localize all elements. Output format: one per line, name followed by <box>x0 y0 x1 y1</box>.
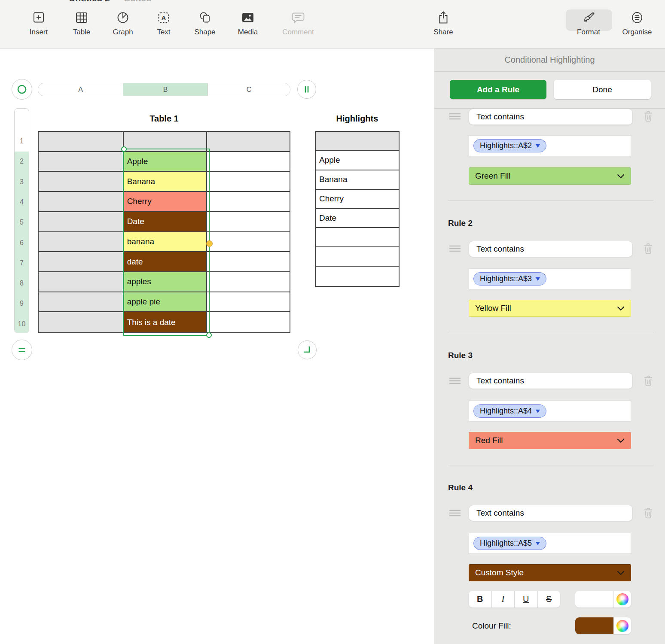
cell[interactable] <box>39 132 124 152</box>
cell[interactable] <box>316 247 399 267</box>
table-resize-button[interactable] <box>298 340 317 359</box>
row-number[interactable]: 6 <box>15 239 29 247</box>
cell[interactable] <box>207 132 290 152</box>
rule4-value-field[interactable]: Highlights::A$5 <box>469 533 631 554</box>
row-number[interactable]: 3 <box>15 178 29 186</box>
cell[interactable] <box>39 212 124 232</box>
rule2-style-dropdown[interactable]: Yellow Fill <box>469 300 631 317</box>
rule3-cell-reference-token[interactable]: Highlights::A$4 <box>473 404 546 418</box>
toolbar-format-button[interactable]: Format <box>568 10 609 36</box>
row-number[interactable]: 8 <box>15 279 29 287</box>
row-header-strip[interactable]: 1 2 3 4 5 6 7 8 9 10 <box>14 108 29 333</box>
cell[interactable]: banana <box>124 232 207 252</box>
row-number[interactable]: 10 <box>15 320 29 328</box>
cell[interactable] <box>39 292 124 313</box>
rule1-style-dropdown[interactable]: Green Fill <box>469 167 631 185</box>
cell[interactable] <box>124 132 207 152</box>
toolbar-organise-button[interactable]: Organise <box>616 10 658 36</box>
column-header-b[interactable]: B <box>123 83 207 96</box>
cell[interactable] <box>207 172 290 192</box>
trash-icon[interactable] <box>644 243 653 254</box>
cell[interactable] <box>39 152 124 172</box>
cell[interactable]: Banana <box>316 170 399 190</box>
text-colour-well[interactable] <box>575 591 631 608</box>
cell[interactable] <box>207 312 290 332</box>
cell[interactable]: Cherry <box>124 192 207 212</box>
cell[interactable]: Cherry <box>316 190 399 209</box>
rule2-cell-reference-token[interactable]: Highlights::A$3 <box>473 272 546 286</box>
toolbar-table-button[interactable]: Table <box>61 10 102 36</box>
cell[interactable] <box>39 232 124 252</box>
rule2-condition-dropdown[interactable]: Text contains <box>469 241 633 257</box>
cell[interactable] <box>207 232 290 252</box>
chevron-down-icon <box>617 304 625 313</box>
cell[interactable]: Banana <box>124 172 207 192</box>
drag-handle-icon[interactable] <box>449 509 461 517</box>
rule3-style-dropdown[interactable]: Red Fill <box>469 432 631 449</box>
trash-icon[interactable] <box>644 507 653 519</box>
drag-handle-icon[interactable] <box>449 245 461 252</box>
fill-colour-well[interactable] <box>575 617 631 634</box>
colour-wheel-icon[interactable] <box>616 620 628 632</box>
italic-button[interactable]: I <box>491 591 515 608</box>
cell[interactable]: Date <box>124 212 207 232</box>
cell[interactable]: Apple <box>316 151 399 170</box>
cell[interactable]: apples <box>124 272 207 292</box>
column-header-c[interactable]: C <box>207 83 290 96</box>
rule3-condition-dropdown[interactable]: Text contains <box>469 373 633 389</box>
cell[interactable] <box>207 292 290 313</box>
cell[interactable] <box>207 252 290 272</box>
cell[interactable] <box>39 272 124 292</box>
trash-icon[interactable] <box>644 375 653 386</box>
column-options-button[interactable] <box>297 80 316 99</box>
row-number[interactable]: 2 <box>15 158 29 165</box>
add-a-rule-button[interactable]: Add a Rule <box>450 80 546 99</box>
strikethrough-button[interactable]: S <box>537 591 561 608</box>
cell[interactable] <box>316 228 399 247</box>
underline-button[interactable]: U <box>514 591 537 608</box>
table-select-button[interactable] <box>12 79 32 100</box>
column-header-a[interactable]: A <box>38 83 123 96</box>
rule4-cell-reference-token[interactable]: Highlights::A$5 <box>473 537 546 550</box>
bold-button[interactable]: B <box>469 591 491 608</box>
toolbar-text-button[interactable]: A Text <box>143 10 184 36</box>
rule3-value-field[interactable]: Highlights::A$4 <box>469 401 631 422</box>
done-button[interactable]: Done <box>554 80 651 99</box>
rule1-value-field[interactable]: Highlights::A$2 <box>469 135 631 156</box>
cell[interactable]: date <box>124 252 207 272</box>
rule1-condition-dropdown[interactable]: Text contains <box>469 109 633 125</box>
cell[interactable]: This is a date <box>124 312 207 332</box>
drag-handle-icon[interactable] <box>449 112 461 120</box>
toolbar-share-button[interactable]: Share <box>423 10 464 36</box>
toolbar-graph-button[interactable]: Graph <box>102 10 143 36</box>
cell[interactable] <box>39 252 124 272</box>
cell[interactable] <box>207 212 290 232</box>
colour-wheel-icon[interactable] <box>616 593 628 605</box>
cell[interactable] <box>207 152 290 172</box>
cell[interactable] <box>39 172 124 192</box>
row-number[interactable]: 9 <box>15 300 29 307</box>
rule1-cell-reference-token[interactable]: Highlights::A$2 <box>473 139 546 152</box>
row-number[interactable]: 1 <box>15 137 29 145</box>
toolbar-insert-button[interactable]: Insert <box>18 10 59 36</box>
drag-handle-icon[interactable] <box>449 377 461 385</box>
rule4-condition-dropdown[interactable]: Text contains <box>469 505 633 521</box>
cell[interactable] <box>39 312 124 332</box>
rule4-style-dropdown[interactable]: Custom Style <box>469 564 631 581</box>
cell[interactable] <box>316 132 399 151</box>
trash-icon[interactable] <box>644 111 653 122</box>
cell[interactable] <box>316 267 399 286</box>
toolbar-media-button[interactable]: Media <box>227 10 268 36</box>
cell[interactable]: Date <box>316 209 399 228</box>
cell[interactable] <box>207 192 290 212</box>
cell[interactable] <box>207 272 290 292</box>
row-number[interactable]: 5 <box>15 219 29 226</box>
cell[interactable]: Apple <box>124 152 207 172</box>
cell[interactable] <box>39 192 124 212</box>
cell[interactable]: apple pie <box>124 292 207 313</box>
rule2-value-field[interactable]: Highlights::A$3 <box>469 268 631 289</box>
row-number[interactable]: 7 <box>15 259 29 267</box>
add-row-button[interactable] <box>12 340 32 360</box>
row-number[interactable]: 4 <box>15 198 29 206</box>
toolbar-shape-button[interactable]: Shape <box>184 10 226 36</box>
